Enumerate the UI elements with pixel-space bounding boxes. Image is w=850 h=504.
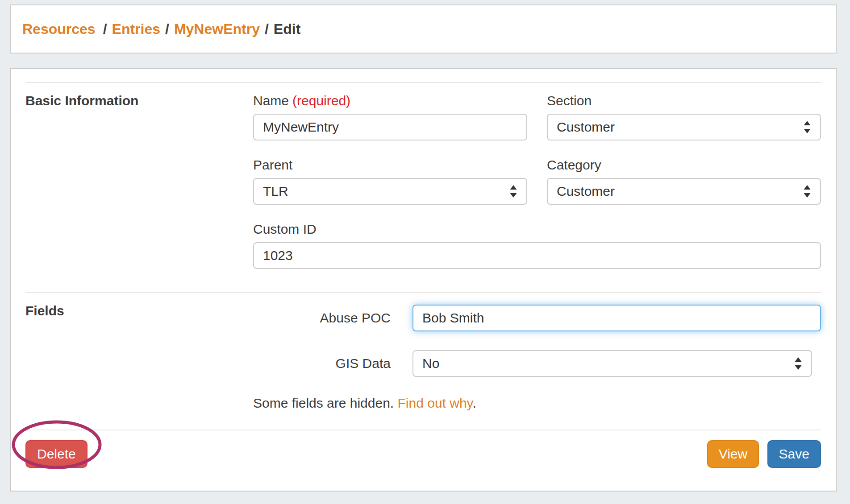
category-field-group: Category Customer: [547, 157, 821, 205]
category-label: Category: [547, 157, 821, 173]
required-note: (required): [292, 93, 350, 108]
breadcrumb-separator: /: [165, 21, 169, 37]
fields-section: Fields Abuse POC GIS Data No Some fields…: [25, 293, 821, 430]
basic-information-form: Name(required) Section Customer Parent: [253, 83, 821, 286]
hidden-fields-note: Some fields are hidden. Find out why.: [253, 396, 821, 411]
section-select[interactable]: Customer: [547, 114, 821, 140]
section-select-value: Customer: [557, 120, 615, 135]
breadcrumb-separator: /: [265, 21, 269, 37]
breadcrumb-panel: Resources/Entries/MyNewEntry/Edit: [10, 4, 837, 54]
custom-id-input[interactable]: [253, 242, 821, 269]
basic-information-section: Basic Information Name(required) Section…: [25, 83, 821, 292]
select-arrows-icon: [508, 184, 518, 199]
section-field-group: Section Customer: [547, 93, 821, 140]
section-label: Section: [547, 93, 821, 108]
breadcrumb-link-entries[interactable]: Entries: [112, 21, 160, 37]
basic-information-title: Basic Information: [25, 83, 253, 286]
abuse-poc-input[interactable]: [412, 305, 821, 331]
hidden-fields-note-suffix: .: [472, 396, 476, 410]
parent-select[interactable]: TLR: [253, 178, 527, 205]
select-arrows-icon: [793, 356, 803, 371]
delete-button[interactable]: Delete: [25, 440, 88, 468]
name-field-group: Name(required): [253, 93, 527, 140]
fields-form: Abuse POC GIS Data No Some fields are hi…: [253, 293, 821, 430]
abuse-poc-label: Abuse POC: [253, 310, 391, 326]
select-arrows-icon: [802, 120, 812, 135]
breadcrumb: Resources/Entries/MyNewEntry/Edit: [22, 21, 300, 37]
abuse-poc-row: Abuse POC: [253, 305, 821, 331]
gis-data-label: GIS Data: [253, 356, 391, 371]
name-label-text: Name: [253, 93, 289, 108]
right-actions: View Save: [707, 440, 821, 468]
parent-select-value: TLR: [263, 184, 288, 199]
view-button[interactable]: View: [707, 440, 759, 468]
hidden-fields-note-text: Some fields are hidden.: [253, 396, 398, 410]
gis-data-select[interactable]: No: [412, 350, 812, 377]
entry-edit-card: Basic Information Name(required) Section…: [10, 68, 837, 492]
find-out-why-link[interactable]: Find out why: [398, 396, 473, 410]
gis-data-row: GIS Data No: [253, 350, 821, 377]
custom-id-label: Custom ID: [253, 222, 821, 237]
category-select-value: Customer: [557, 184, 615, 199]
breadcrumb-link-resources[interactable]: Resources: [22, 21, 96, 37]
name-label: Name(required): [253, 93, 527, 108]
category-select[interactable]: Customer: [547, 178, 821, 205]
parent-label: Parent: [253, 157, 527, 173]
breadcrumb-link-mynewentry[interactable]: MyNewEntry: [174, 21, 260, 37]
custom-id-field-group: Custom ID: [253, 222, 821, 269]
save-button[interactable]: Save: [767, 440, 821, 468]
breadcrumb-current-edit: Edit: [274, 21, 300, 37]
fields-title: Fields: [25, 293, 253, 430]
parent-field-group: Parent TLR: [253, 157, 527, 205]
gis-data-select-value: No: [422, 356, 439, 371]
actions-row: Delete View Save: [25, 430, 821, 468]
breadcrumb-separator: /: [103, 21, 107, 37]
name-input[interactable]: [253, 114, 527, 140]
select-arrows-icon: [802, 184, 812, 199]
